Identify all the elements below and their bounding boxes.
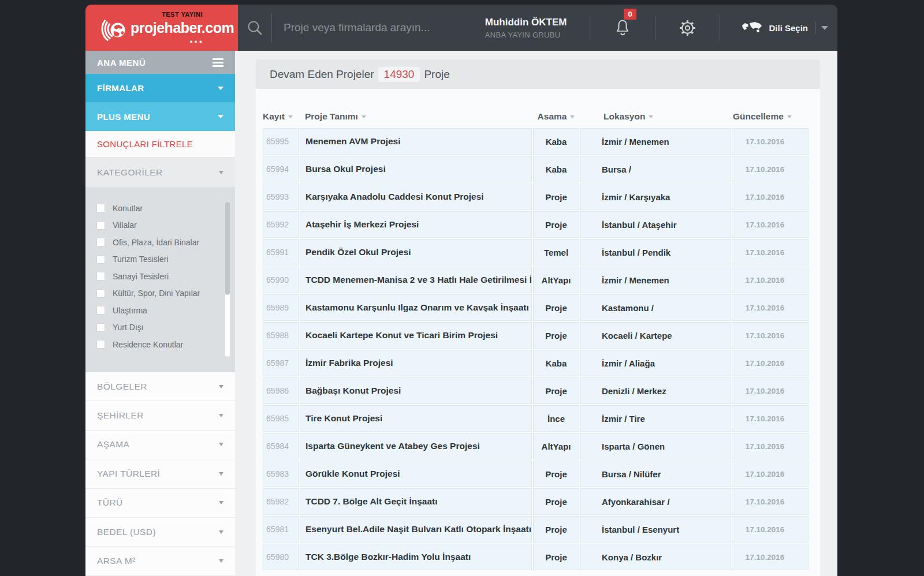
- column-header-2[interactable]: Asama: [533, 105, 579, 128]
- user-name: Muhiddin ÖKTEM: [485, 17, 567, 28]
- settings-button[interactable]: [664, 19, 711, 37]
- checkbox[interactable]: [96, 204, 105, 212]
- category-item[interactable]: Konutlar: [85, 200, 235, 217]
- cell-location: İstanbul / Pendik: [580, 239, 731, 265]
- sidebar-section-b-lgeler[interactable]: BÖLGELER: [85, 372, 235, 401]
- hamburger-icon[interactable]: [213, 57, 223, 69]
- cell-update-date: 17.10.2016: [732, 128, 808, 155]
- checkbox[interactable]: [96, 272, 105, 280]
- brand-globe-icon: [99, 9, 132, 45]
- category-item[interactable]: Turizm Tesisleri: [85, 251, 235, 268]
- cell-update-date: 17.10.2016: [732, 184, 808, 210]
- cell-record-id: 65992: [263, 211, 299, 238]
- sidebar-section--ehi-rler[interactable]: ŞEHİRLER: [85, 401, 235, 430]
- sort-icon[interactable]: [362, 115, 366, 118]
- column-header-label: Asama: [538, 111, 567, 122]
- search-divider: [271, 13, 272, 43]
- column-header-3[interactable]: Lokasyon: [580, 105, 731, 128]
- table-row[interactable]: 65992Ataşehir İş Merkezi ProjesiProjeİst…: [263, 211, 820, 238]
- cell-stage: Proje: [533, 184, 579, 210]
- checkbox[interactable]: [96, 238, 105, 246]
- categories-header[interactable]: KATEGORİLER: [85, 158, 235, 187]
- search-icon[interactable]: [246, 19, 263, 36]
- table-row[interactable]: 65994Bursa Okul ProjesiKabaBursa /17.10.…: [263, 156, 820, 182]
- notifications-button[interactable]: 0: [598, 18, 647, 38]
- table-row[interactable]: 65983Görükle Konut ProjesiProjeBursa / N…: [263, 461, 820, 487]
- category-item[interactable]: Kültür, Spor, Dini Yapılar: [85, 285, 235, 302]
- column-header-0[interactable]: Kayıt: [263, 105, 299, 128]
- sidebar-main-menu-header[interactable]: ANA MENÜ: [85, 51, 235, 74]
- section-label: YAPI TÜRLERİ: [97, 469, 160, 479]
- table-row[interactable]: 65986Bağbaşı Konut ProjesiProjeDenizli /…: [263, 377, 820, 404]
- search-input[interactable]: Proje veya firmalarda arayın...: [284, 21, 430, 34]
- checkbox[interactable]: [96, 323, 105, 332]
- sidebar-item-firmalar[interactable]: FİRMALAR: [85, 74, 235, 102]
- checkbox[interactable]: [96, 340, 105, 349]
- sort-icon[interactable]: [649, 115, 653, 118]
- table-row[interactable]: 65989Kastamonu Karşunlu Ilgaz Onarım ve …: [263, 294, 820, 321]
- category-item[interactable]: Villalar: [85, 217, 235, 234]
- scrollbar-thumb[interactable]: [225, 202, 230, 295]
- sidebar-section-bedel-usd-[interactable]: BEDEL (USD): [85, 518, 235, 547]
- brand-logo[interactable]: TEST YAYINI projehaber.com ...: [85, 5, 238, 51]
- search-area[interactable]: Proje veya firmalarda arayın...: [238, 5, 482, 51]
- table-row[interactable]: 65985Tire Konut Projesiİnceİzmir / Tire1…: [263, 405, 820, 432]
- divider: [590, 15, 590, 40]
- filter-results-button[interactable]: SONUÇLARI FİLTRELE: [85, 131, 235, 158]
- category-item[interactable]: Ulaştırma: [85, 302, 235, 319]
- table-row[interactable]: 65988Kocaeli Kartepe Konut ve Ticari Bir…: [263, 322, 820, 349]
- table-row[interactable]: 65991Pendik Özel Okul ProjesiTemelİstanb…: [263, 239, 820, 265]
- divider: [720, 15, 720, 40]
- cell-record-id: 65987: [263, 350, 299, 376]
- category-item[interactable]: Ofis, Plaza, İdari Binalar: [85, 234, 235, 251]
- table-row[interactable]: 65987İzmir Fabrika ProjesiKabaİzmir / Al…: [263, 350, 820, 376]
- checkbox[interactable]: [96, 221, 105, 230]
- sort-icon[interactable]: [787, 115, 792, 118]
- user-block[interactable]: Muhiddin ÖKTEM ANBA YAYIN GRUBU: [482, 17, 582, 39]
- column-header-4[interactable]: Güncelleme: [732, 105, 808, 128]
- table-row[interactable]: 65980TCK 3.Bölge Bozkır-Hadim Yolu İnşaa…: [263, 544, 820, 570]
- category-item[interactable]: Yurt Dışı: [85, 319, 235, 336]
- sidebar-section-yapi-t-rleri-[interactable]: YAPI TÜRLERİ: [85, 459, 235, 488]
- cell-record-id: 65983: [263, 461, 299, 487]
- cell-project-name: Isparta Güneykent ve Atabey Ges Projesi: [300, 433, 532, 459]
- checkbox[interactable]: [96, 255, 105, 264]
- sidebar-item-plus-menu[interactable]: PLUS MENU: [85, 102, 235, 131]
- cell-record-id: 65990: [263, 267, 299, 293]
- cell-location: İzmir / Karşıyaka: [580, 184, 731, 210]
- category-item[interactable]: Residence Konutlar: [85, 336, 235, 353]
- sidebar-section-a-ama[interactable]: AŞAMA: [85, 431, 235, 459]
- table-row[interactable]: 65990TCDD Menemen-Manisa 2 ve 3 Hatlı Ha…: [263, 267, 820, 293]
- cell-update-date: 17.10.2016: [732, 156, 808, 182]
- cell-update-date: 17.10.2016: [732, 377, 808, 404]
- table-row[interactable]: 65981Esenyurt Bel.Adile Naşit Bulvarı Ka…: [263, 516, 820, 543]
- cell-stage: İnce: [533, 405, 579, 432]
- sidebar: ANA MENÜ FİRMALAR PLUS MENU SONUÇLARI Fİ…: [85, 51, 235, 576]
- sidebar-section-arsa-m-[interactable]: ARSA M²: [85, 547, 235, 575]
- section-label: ŞEHİRLER: [97, 410, 144, 421]
- cell-location: İstanbul / Esenyurt: [580, 516, 731, 543]
- checkbox[interactable]: [96, 306, 105, 315]
- column-header-1[interactable]: Proje Tanımı: [300, 105, 532, 128]
- cell-update-date: 17.10.2016: [732, 488, 808, 515]
- sidebar-section-t-r-[interactable]: TÜRÜ: [85, 489, 235, 518]
- category-item[interactable]: Sanayi Tesisleri: [85, 268, 235, 285]
- chevron-down-icon: [219, 501, 223, 504]
- sort-icon[interactable]: [288, 115, 293, 118]
- table-row[interactable]: 65984Isparta Güneykent ve Atabey Ges Pro…: [263, 433, 820, 459]
- cell-project-name: Tire Konut Projesi: [300, 405, 532, 432]
- table-row[interactable]: 65982TCDD 7. Bölge Alt Geçit İnşaatıProj…: [263, 488, 820, 515]
- cell-update-date: 17.10.2016: [732, 516, 808, 543]
- table-row[interactable]: 65995Menemen AVM ProjesiKabaİzmir / Mene…: [263, 128, 820, 155]
- chevron-down-icon: [219, 530, 223, 534]
- category-label: Turizm Tesisleri: [113, 255, 168, 264]
- language-selector[interactable]: Dili Seçin: [728, 21, 828, 35]
- categories-scrollbar[interactable]: [225, 202, 230, 357]
- cell-stage: Temel: [533, 239, 579, 265]
- column-header-label: Proje Tanımı: [305, 111, 358, 122]
- checkbox[interactable]: [96, 289, 105, 298]
- sort-icon[interactable]: [570, 115, 575, 118]
- chevron-down-icon[interactable]: [821, 26, 828, 30]
- table-row[interactable]: 65993Karşıyaka Anadolu Caddesi Konut Pro…: [263, 184, 820, 210]
- projects-table-card: KayıtProje TanımıAsamaLokasyonGüncelleme…: [256, 89, 820, 576]
